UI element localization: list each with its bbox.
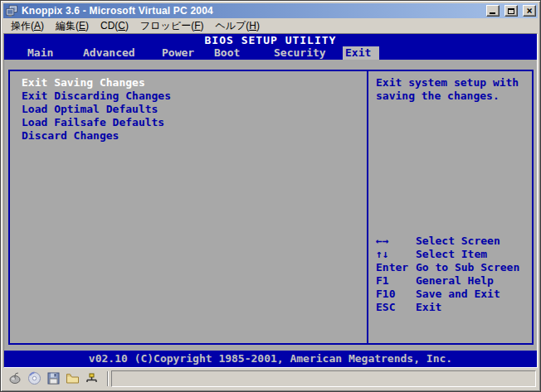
bios-tab-bar: Main Advanced Power Boot Security Exit xyxy=(4,46,537,60)
menu-item-edit[interactable]: 編集(E) xyxy=(50,18,95,34)
legend-key-f1: F1 xyxy=(376,274,416,288)
bios-tab-advanced[interactable]: Advanced xyxy=(83,46,135,60)
bios-option-load-failsafe[interactable]: Load Failsafe Defaults xyxy=(22,116,367,129)
legend-action: Exit xyxy=(416,301,441,314)
legend-key-arrows-ud: ↑↓ xyxy=(376,248,416,261)
legend-row-f1: F1General Help xyxy=(376,274,530,288)
legend-action: General Help xyxy=(416,274,494,288)
bios-version-footer: v02.10 (C)Copyright 1985-2001, American … xyxy=(4,351,537,367)
bios-tab-power[interactable]: Power xyxy=(162,46,194,60)
help-text-line2: saving the changes. xyxy=(376,90,532,103)
bios-option-discard-changes[interactable]: Discard Changes xyxy=(22,129,367,143)
minimize-icon xyxy=(490,12,495,14)
virtual-pc-window: Knoppix 3.6 - Microsoft Virtual PC 2004 … xyxy=(0,0,541,392)
window-title: Knoppix 3.6 - Microsoft Virtual PC 2004 xyxy=(22,5,481,17)
status-icon-tray xyxy=(7,371,107,385)
legend-key-f10: F10 xyxy=(376,288,416,301)
folder-icon[interactable] xyxy=(66,371,80,385)
legend-action: Save and Exit xyxy=(416,288,500,301)
bios-option-exit-discarding[interactable]: Exit Discarding Changes xyxy=(22,90,367,103)
legend-key-enter: Enter xyxy=(376,261,416,274)
bios-header: BIOS SETUP UTILITY Main Advanced Power B… xyxy=(4,34,537,60)
network-icon[interactable] xyxy=(85,371,99,385)
menu-item-floppy[interactable]: フロッピー(F) xyxy=(134,18,209,34)
menu-item-cd[interactable]: CD(C) xyxy=(95,19,134,32)
bios-body: Exit Saving Changes Exit Discarding Chan… xyxy=(4,60,537,351)
status-message-field xyxy=(111,370,536,387)
legend-action: Go to Sub Screen xyxy=(416,261,519,274)
legend-row-enter: EnterGo to Sub Screen xyxy=(376,261,530,274)
help-text-line1: Exit system setup with xyxy=(376,76,532,90)
bios-help-pane: Exit system setup with saving the change… xyxy=(368,71,532,343)
legend-row-item: ↑↓Select Item xyxy=(376,248,530,261)
virtual-pc-icon xyxy=(5,5,18,17)
status-separator xyxy=(107,371,109,386)
legend-row-esc: ESCExit xyxy=(376,301,530,314)
legend-row-f10: F10Save and Exit xyxy=(376,288,530,301)
menu-item-action[interactable]: 操作(A) xyxy=(5,18,50,34)
legend-key-arrows-lr: ←→ xyxy=(376,235,416,248)
menu-item-help[interactable]: ヘルプ(H) xyxy=(210,18,266,34)
bios-option-exit-saving[interactable]: Exit Saving Changes xyxy=(22,76,367,90)
bios-main-box: Exit Saving Changes Exit Discarding Chan… xyxy=(8,70,534,345)
title-bar[interactable]: Knoppix 3.6 - Microsoft Virtual PC 2004 … xyxy=(3,3,538,18)
menu-bar: 操作(A) 編集(E) CD(C) フロッピー(F) ヘルプ(H) xyxy=(3,18,538,33)
legend-key-esc: ESC xyxy=(376,301,416,314)
bios-tab-boot[interactable]: Boot xyxy=(214,46,240,60)
legend-row-screen: ←→Select Screen xyxy=(376,235,530,248)
bios-tab-security[interactable]: Security xyxy=(274,46,326,60)
bios-title: BIOS SETUP UTILITY xyxy=(4,34,537,46)
mouse-icon[interactable] xyxy=(8,371,22,385)
key-legend: ←→Select Screen ↑↓Select Item EnterGo to… xyxy=(376,235,530,314)
legend-action: Select Item xyxy=(416,248,487,261)
minimize-button[interactable] xyxy=(486,5,500,17)
bios-option-load-optimal[interactable]: Load Optimal Defaults xyxy=(22,103,367,116)
bios-tab-main[interactable]: Main xyxy=(27,46,53,60)
legend-action: Select Screen xyxy=(416,235,500,248)
close-icon: × xyxy=(526,7,532,15)
status-bar xyxy=(3,368,538,389)
vm-display[interactable]: BIOS SETUP UTILITY Main Advanced Power B… xyxy=(3,33,538,368)
floppy-icon[interactable] xyxy=(46,371,61,385)
close-button[interactable]: × xyxy=(523,5,536,17)
bios-tab-exit[interactable]: Exit xyxy=(343,46,379,60)
cd-icon[interactable] xyxy=(27,371,41,385)
maximize-icon xyxy=(508,8,514,14)
maximize-button[interactable] xyxy=(504,5,518,17)
bios-options-pane: Exit Saving Changes Exit Discarding Chan… xyxy=(10,71,368,343)
